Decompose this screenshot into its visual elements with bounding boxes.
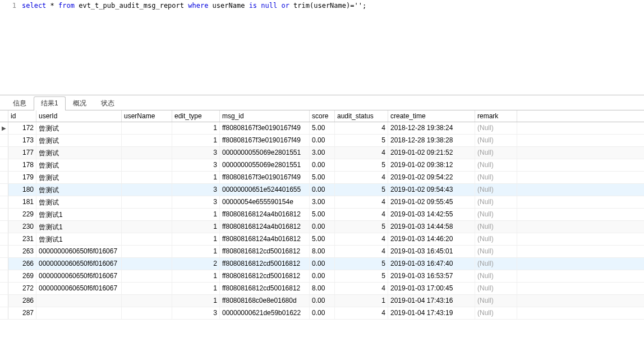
cell-id[interactable]: 180 — [8, 184, 36, 196]
cell-id[interactable]: 269 — [8, 270, 36, 282]
cell-msg_id[interactable]: ff80808167f3e0190167f49 — [220, 172, 310, 183]
cell-id[interactable]: 179 — [8, 172, 36, 183]
cell-create_time[interactable]: 2019-01-03 14:44:58 — [388, 221, 475, 233]
column-header-score[interactable]: score — [310, 110, 335, 122]
cell-audit_status[interactable]: 5 — [335, 135, 388, 146]
cell-score[interactable]: 0.00 — [310, 135, 335, 146]
cell-userId[interactable]: 曾测试1 — [36, 209, 122, 220]
cell-userId[interactable]: 曾测试1 — [36, 221, 122, 233]
cell-create_time[interactable]: 2019-01-02 09:55:45 — [388, 196, 475, 208]
cell-msg_id[interactable]: ff8080816812cd50016812 — [220, 283, 310, 294]
cell-userId[interactable]: 曾测试 — [36, 135, 122, 146]
cell-userName[interactable] — [122, 307, 172, 319]
cell-audit_status[interactable]: 4 — [335, 233, 388, 245]
cell-audit_status[interactable]: 4 — [335, 147, 388, 159]
cell-edit_type[interactable]: 1 — [172, 283, 220, 294]
cell-create_time[interactable]: 2019-01-03 14:42:55 — [388, 209, 475, 220]
cell-audit_status[interactable]: 4 — [335, 196, 388, 208]
table-row[interactable]: 2861ff80808168c0e8e01680d0.0012019-01-04… — [0, 295, 644, 307]
column-header-create_time[interactable]: create_time — [388, 110, 475, 122]
cell-id[interactable]: 266 — [8, 258, 36, 270]
cell-userName[interactable] — [122, 122, 172, 134]
cell-msg_id[interactable]: ff80808167f3e0190167f49 — [220, 135, 310, 146]
cell-userName[interactable] — [122, 221, 172, 233]
cell-edit_type[interactable]: 1 — [172, 295, 220, 307]
cell-userId[interactable] — [36, 295, 122, 307]
column-header-id[interactable]: id — [8, 110, 36, 122]
cell-remark[interactable]: (Null) — [475, 295, 517, 307]
tab-状态[interactable]: 状态 — [94, 96, 122, 110]
table-row[interactable]: 2690000000060650f6f0160671ff8080816812cd… — [0, 270, 644, 283]
cell-msg_id[interactable]: ff8080816812cd50016812 — [220, 246, 310, 257]
cell-score[interactable]: 0.00 — [310, 159, 335, 171]
cell-id[interactable]: 229 — [8, 209, 36, 220]
cell-create_time[interactable]: 2019-01-04 17:43:19 — [388, 307, 475, 319]
table-row[interactable]: 2720000000060650f6f0160671ff8080816812cd… — [0, 283, 644, 295]
cell-edit_type[interactable]: 1 — [172, 172, 220, 183]
table-row[interactable]: 231曾测试11ff80808168124a4b0168125.0042019-… — [0, 233, 644, 246]
table-row[interactable]: 177曾测试30000000055069e28015513.0042019-01… — [0, 147, 644, 159]
cell-remark[interactable]: (Null) — [475, 307, 517, 319]
cell-msg_id[interactable]: 0000000055069e2801551 — [220, 159, 310, 171]
cell-msg_id[interactable]: 00000000621de59b01622 — [220, 307, 310, 319]
cell-userId[interactable]: 0000000060650f6f016067 — [36, 270, 122, 282]
cell-remark[interactable]: (Null) — [475, 283, 517, 294]
cell-create_time[interactable]: 2019-01-02 09:54:22 — [388, 172, 475, 183]
cell-userName[interactable] — [122, 184, 172, 196]
cell-userId[interactable]: 曾测试 — [36, 184, 122, 196]
table-row[interactable]: 179曾测试1ff80808167f3e0190167f495.0042019-… — [0, 172, 644, 184]
cell-remark[interactable]: (Null) — [475, 184, 517, 196]
cell-userId[interactable]: 曾测试 — [36, 122, 122, 134]
cell-score[interactable]: 5.00 — [310, 233, 335, 245]
cell-edit_type[interactable]: 1 — [172, 270, 220, 282]
cell-score[interactable]: 8.00 — [310, 283, 335, 294]
tab-结果1[interactable]: 结果1 — [34, 96, 66, 110]
cell-audit_status[interactable]: 4 — [335, 122, 388, 134]
cell-create_time[interactable]: 2018-12-28 19:38:24 — [388, 122, 475, 134]
cell-remark[interactable]: (Null) — [475, 233, 517, 245]
cell-id[interactable]: 272 — [8, 283, 36, 294]
cell-edit_type[interactable]: 1 — [172, 135, 220, 146]
cell-id[interactable]: 287 — [8, 307, 36, 319]
cell-audit_status[interactable]: 5 — [335, 184, 388, 196]
cell-msg_id[interactable]: ff80808168124a4b016812 — [220, 233, 310, 245]
cell-remark[interactable]: (Null) — [475, 196, 517, 208]
cell-id[interactable]: 172 — [8, 122, 36, 134]
cell-id[interactable]: 230 — [8, 221, 36, 233]
cell-score[interactable]: 3.00 — [310, 196, 335, 208]
table-row[interactable]: 2660000000060650f6f0160672ff8080816812cd… — [0, 258, 644, 270]
sql-code-area[interactable]: select * from evt_t_pub_audit_msg_report… — [19, 0, 644, 95]
column-header-msg_id[interactable]: msg_id — [220, 110, 310, 122]
column-header-userId[interactable]: userId — [36, 110, 122, 122]
cell-edit_type[interactable]: 1 — [172, 233, 220, 245]
cell-id[interactable]: 178 — [8, 159, 36, 171]
cell-userId[interactable]: 曾测试 — [36, 147, 122, 159]
cell-audit_status[interactable]: 4 — [335, 209, 388, 220]
cell-remark[interactable]: (Null) — [475, 122, 517, 134]
cell-edit_type[interactable]: 1 — [172, 221, 220, 233]
cell-remark[interactable]: (Null) — [475, 147, 517, 159]
table-row[interactable]: 2630000000060650f6f0160671ff8080816812cd… — [0, 246, 644, 258]
cell-msg_id[interactable]: 00000000651e524401655 — [220, 184, 310, 196]
cell-audit_status[interactable]: 5 — [335, 221, 388, 233]
cell-edit_type[interactable]: 1 — [172, 122, 220, 134]
cell-score[interactable]: 0.00 — [310, 221, 335, 233]
column-header-userName[interactable]: userName — [122, 110, 172, 122]
cell-userId[interactable]: 曾测试 — [36, 172, 122, 183]
cell-id[interactable]: 177 — [8, 147, 36, 159]
cell-msg_id[interactable]: ff80808168124a4b016812 — [220, 209, 310, 220]
cell-msg_id[interactable]: ff80808167f3e0190167f49 — [220, 122, 310, 134]
cell-id[interactable]: 173 — [8, 135, 36, 146]
tab-信息[interactable]: 信息 — [6, 96, 34, 110]
table-row[interactable]: 180曾测试300000000651e5244016550.0052019-01… — [0, 184, 644, 196]
cell-userName[interactable] — [122, 196, 172, 208]
cell-score[interactable]: 0.00 — [310, 307, 335, 319]
cell-msg_id[interactable]: ff8080816812cd50016812 — [220, 258, 310, 270]
cell-remark[interactable]: (Null) — [475, 159, 517, 171]
tab-概况[interactable]: 概况 — [66, 96, 94, 110]
cell-remark[interactable]: (Null) — [475, 270, 517, 282]
cell-create_time[interactable]: 2019-01-03 17:00:45 — [388, 283, 475, 294]
cell-remark[interactable]: (Null) — [475, 209, 517, 220]
cell-score[interactable]: 0.00 — [310, 184, 335, 196]
cell-edit_type[interactable]: 3 — [172, 184, 220, 196]
